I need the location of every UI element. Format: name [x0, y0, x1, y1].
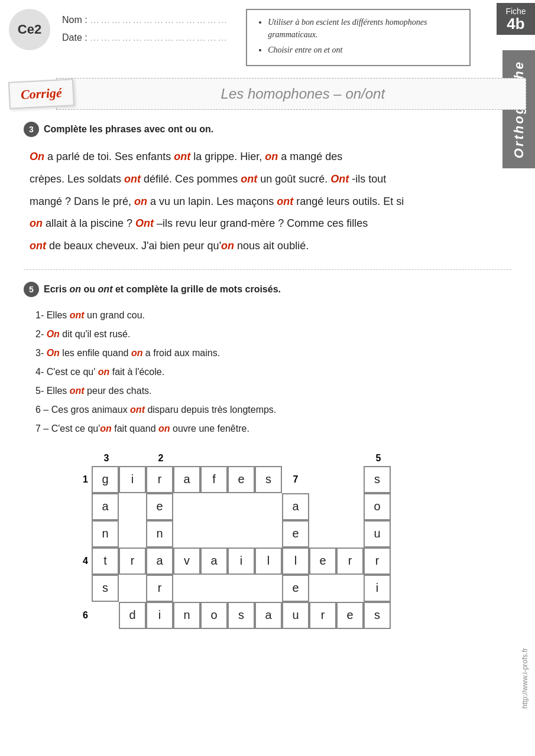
cell-2-3: e	[146, 493, 173, 520]
cell-4-5: a	[200, 548, 228, 575]
objective-2: Choisir entre on et ont	[268, 44, 461, 56]
fiche-badge: Fiche 4b	[497, 3, 535, 35]
word-ont-4: ont	[277, 195, 293, 207]
cell-5-3: r	[146, 575, 173, 602]
cell-3-1: n	[92, 520, 119, 548]
col-label-2: 2	[147, 453, 174, 464]
cell-6-8: u	[282, 602, 309, 629]
word-on-4: on	[30, 217, 43, 229]
sentence-1: 1- Elles ont un grand cou.	[35, 306, 511, 325]
word-on-5: on	[221, 240, 234, 252]
cell-4-2: r	[119, 548, 146, 575]
nom-date-section: Nom : ………………………………… Date : …………………………………	[62, 15, 228, 50]
date-field: Date : …………………………………	[62, 32, 228, 43]
objectives-box: Utiliser à bon escient les différents ho…	[246, 9, 471, 66]
exercise3-header: 3 Complète les phrases avec ont ou on.	[24, 122, 511, 137]
footer-url: http://www.i-profs.fr	[521, 648, 529, 709]
cell-4-7: l	[255, 548, 282, 575]
cell-3-8: e	[282, 520, 309, 548]
cell-4-1: t	[92, 548, 119, 575]
exercise5-badge: 5	[24, 282, 39, 297]
col-label-5: 5	[365, 453, 392, 464]
cell-6-11: s	[364, 602, 391, 629]
cell-4-11: r	[364, 548, 391, 575]
row-label-4: 4	[71, 556, 92, 566]
cell-1-3: r	[146, 466, 173, 493]
cell-6-9: r	[309, 602, 336, 629]
word-ont-cap: Ont	[330, 173, 349, 185]
word-ont-5: ont	[30, 240, 46, 252]
cell-6-4: n	[173, 602, 200, 629]
cell-4-8: l	[282, 548, 309, 575]
cell-1-6: e	[228, 466, 255, 493]
col-label-3: 3	[93, 453, 120, 464]
cell-3-3: n	[146, 520, 173, 548]
cell-2-8: a	[282, 493, 309, 520]
cell-6-6: s	[228, 602, 255, 629]
cell-1-11: s	[364, 466, 391, 493]
cell-5-8: e	[282, 575, 309, 602]
word-ont-3: ont	[241, 173, 257, 185]
word-on-2: on	[265, 151, 278, 162]
exercise3-text: On a parlé de toi. Ses enfants ont la gr…	[30, 146, 511, 258]
grid-row-2: a e a o	[71, 493, 392, 520]
row-label-1: 1	[71, 474, 92, 485]
cell-1-2: i	[119, 466, 146, 493]
cell-1-5: f	[200, 466, 228, 493]
sentence-2: 2- On dit qu'il est rusé.	[35, 325, 511, 344]
sentence-5: 5- Elles ont peur des chats.	[35, 382, 511, 400]
page-header: Ce2 Nom : ………………………………… Date : …………………………	[0, 0, 535, 66]
cell-4-10: r	[336, 548, 364, 575]
word-on-3: on	[134, 195, 147, 207]
sentence-3: 3- On les enfile quand on a froid aux ma…	[35, 344, 511, 363]
grid-row-3: n n e u	[71, 520, 392, 548]
grid-row-6: 6 d i n o s a u r e s	[71, 602, 392, 629]
exercise3-title: Complète les phrases avec ont ou on.	[44, 124, 213, 135]
main-content: 3 Complète les phrases avec ont ou on. O…	[0, 110, 535, 647]
cell-1-7: s	[255, 466, 282, 493]
cell-4-4: v	[173, 548, 200, 575]
grid-row-1: 1 g i r a f e s 7 s	[71, 466, 392, 493]
cell-4-9: e	[309, 548, 336, 575]
row-label-6: 6	[71, 610, 92, 621]
word-ont-cap2: Ont	[135, 217, 154, 229]
crossword-wrapper: 3 2 5 1 g i r	[24, 453, 511, 629]
cell-6-7: a	[255, 602, 282, 629]
cell-2-1: a	[92, 493, 119, 520]
cell-2-11: o	[364, 493, 391, 520]
cell-6-3: i	[146, 602, 173, 629]
cell-1-1: g	[92, 466, 119, 493]
label-7: 7	[282, 474, 309, 485]
level-badge: Ce2	[9, 9, 50, 50]
sentence-6: 6 – Ces gros animaux ont disparu depuis …	[35, 400, 511, 419]
exercise5-title: Ecris on ou ont et complète la grille de…	[44, 284, 281, 295]
word-ont-1: ont	[174, 151, 190, 162]
word-ont-2: ont	[124, 173, 141, 185]
exercise3-badge: 3	[24, 122, 39, 137]
cell-4-6: i	[228, 548, 255, 575]
cell-5-11: i	[364, 575, 391, 602]
cell-6-2: d	[119, 602, 146, 629]
page-title: Les homophones – on/ont	[56, 78, 526, 110]
cell-6-10: e	[336, 602, 364, 629]
grid-row-5: s r e i	[71, 575, 392, 602]
cell-4-3: a	[146, 548, 173, 575]
cell-5-1: s	[92, 575, 119, 602]
nom-field: Nom : …………………………………	[62, 15, 228, 25]
sentence-7: 7 – C'est ce qu'on fait quand on ouvre u…	[35, 419, 511, 438]
divider	[24, 269, 511, 270]
cell-6-5: o	[200, 602, 228, 629]
grid-row-4: 4 t r a v a i l l e r r	[71, 548, 392, 575]
word-on-1: On	[30, 151, 44, 162]
corrige-section: Corrigé Les homophones – on/ont	[9, 78, 526, 110]
cell-1-4: a	[173, 466, 200, 493]
sentence-list: 1- Elles ont un grand cou. 2- On dit qu'…	[35, 306, 511, 438]
sentence-4: 4- C'est ce qu' on fait à l'école.	[35, 363, 511, 382]
cell-3-11: u	[364, 520, 391, 548]
exercise5-header: 5 Ecris on ou ont et complète la grille …	[24, 282, 511, 297]
exercise5-section: 5 Ecris on ou ont et complète la grille …	[24, 282, 511, 629]
corrige-tag: Corrigé	[8, 79, 74, 109]
objective-1: Utiliser à bon escient les différents ho…	[268, 16, 461, 41]
col-numbers: 3 2 5	[93, 453, 392, 464]
